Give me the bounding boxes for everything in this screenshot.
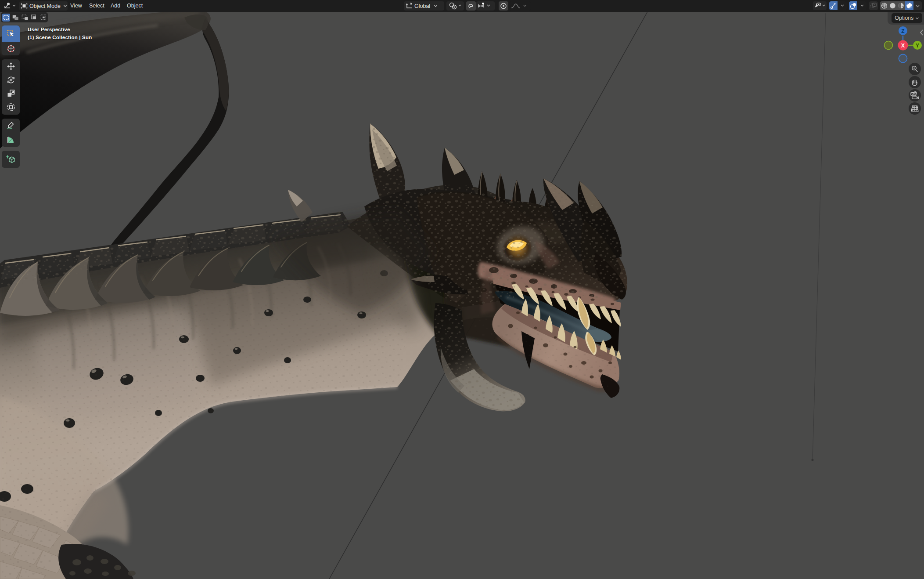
svg-text:Y: Y [916,43,919,49]
svg-text:X: X [901,43,905,49]
svg-text:Z: Z [901,28,904,34]
